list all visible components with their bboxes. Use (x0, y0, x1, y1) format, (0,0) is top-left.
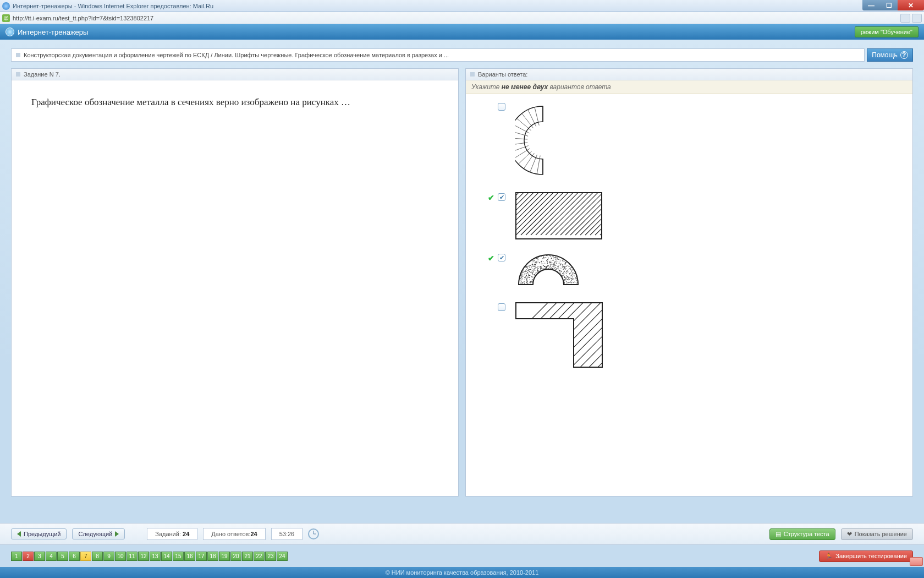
pager-item-3[interactable]: 3 (34, 552, 45, 561)
pager-item-12[interactable]: 12 (138, 552, 149, 561)
svg-point-100 (552, 264, 552, 265)
svg-point-135 (549, 266, 550, 266)
pager-item-2[interactable]: 2 (23, 552, 34, 561)
svg-point-666 (532, 266, 533, 266)
pager-item-24[interactable]: 24 (277, 552, 288, 561)
svg-point-459 (575, 277, 576, 277)
addr-btn-1[interactable] (900, 14, 910, 23)
svg-point-729 (556, 259, 556, 260)
pager-item-5[interactable]: 5 (57, 552, 68, 561)
pager-item-4[interactable]: 4 (46, 552, 57, 561)
finish-test-button[interactable]: 🏃 Завершить тестирование (819, 550, 913, 562)
svg-point-409 (559, 263, 560, 264)
svg-point-721 (541, 257, 542, 257)
pager-item-6[interactable]: 6 (69, 552, 80, 561)
svg-point-218 (564, 264, 565, 264)
next-button[interactable]: Следующий (72, 528, 125, 539)
prev-button[interactable]: Предыдущий (11, 528, 67, 539)
svg-point-469 (566, 271, 567, 272)
svg-point-323 (538, 266, 539, 266)
addr-btn-2[interactable] (912, 14, 922, 23)
svg-line-751 (553, 302, 603, 368)
svg-point-174 (576, 280, 577, 281)
svg-point-374 (537, 268, 538, 268)
svg-point-86 (551, 258, 552, 258)
test-structure-button[interactable]: ▤ Структура теста (769, 528, 835, 540)
svg-point-255 (550, 266, 551, 267)
svg-point-625 (555, 261, 556, 262)
svg-point-714 (557, 268, 558, 269)
pager-item-20[interactable]: 20 (230, 552, 241, 561)
keyboard-indicator[interactable] (910, 557, 923, 566)
pager-item-9[interactable]: 9 (103, 552, 114, 561)
svg-point-528 (540, 268, 540, 268)
answer-checkbox-2[interactable]: ✔ (498, 193, 505, 201)
svg-point-308 (526, 267, 526, 268)
window-maximize-button[interactable]: ☐ (880, 0, 898, 10)
pager-item-23[interactable]: 23 (265, 552, 276, 561)
svg-point-715 (547, 259, 548, 260)
window-close-button[interactable]: ✕ (898, 0, 924, 10)
help-button[interactable]: Помощь ? (867, 48, 913, 62)
svg-point-304 (566, 266, 567, 267)
svg-point-226 (563, 275, 564, 276)
pager-item-1[interactable]: 1 (11, 552, 22, 561)
svg-point-559 (522, 280, 522, 280)
svg-point-425 (563, 269, 563, 270)
pager-item-11[interactable]: 11 (127, 552, 138, 561)
url-text[interactable]: http://tt.i-exam.ru/test_tt.php?id=7&tsi… (13, 15, 153, 21)
pager-item-18[interactable]: 18 (207, 552, 218, 561)
svg-point-706 (522, 276, 523, 276)
svg-point-221 (556, 263, 557, 263)
svg-point-92 (555, 269, 556, 270)
svg-point-646 (524, 271, 524, 272)
svg-point-87 (542, 258, 543, 259)
ie-icon (2, 2, 10, 10)
svg-point-630 (530, 281, 531, 282)
pager-item-10[interactable]: 10 (115, 552, 126, 561)
svg-point-262 (551, 265, 551, 266)
svg-point-153 (566, 273, 567, 274)
window-minimize-button[interactable]: — (862, 0, 880, 10)
pager-item-14[interactable]: 14 (161, 552, 172, 561)
svg-point-451 (539, 273, 540, 274)
svg-point-361 (526, 278, 527, 279)
svg-line-4 (515, 149, 530, 159)
svg-line-36 (575, 192, 602, 235)
pager-item-13[interactable]: 13 (150, 552, 161, 561)
svg-point-233 (558, 266, 559, 267)
pager-item-21[interactable]: 21 (242, 552, 253, 561)
answer-checkbox-3[interactable]: ✔ (498, 254, 505, 261)
correct-tick-icon: ✔ (488, 254, 496, 261)
svg-point-652 (573, 269, 573, 270)
svg-point-550 (526, 275, 527, 276)
svg-point-439 (570, 276, 571, 276)
pager-item-8[interactable]: 8 (92, 552, 103, 561)
pager-item-16[interactable]: 16 (184, 552, 195, 561)
svg-point-556 (535, 261, 535, 261)
pager-item-19[interactable]: 19 (219, 552, 230, 561)
svg-point-97 (574, 276, 574, 276)
pager-item-15[interactable]: 15 (173, 552, 184, 561)
pager-item-22[interactable]: 22 (254, 552, 265, 561)
show-solution-button[interactable]: ❤ Показать решение (841, 528, 913, 540)
window-title: Интернет-тренажеры - Windows Internet Ex… (13, 3, 213, 9)
svg-point-645 (551, 264, 551, 265)
svg-point-541 (568, 270, 568, 270)
svg-point-119 (531, 269, 531, 269)
svg-point-147 (560, 260, 561, 261)
svg-point-489 (543, 264, 543, 264)
svg-point-726 (524, 275, 524, 275)
pager-item-17[interactable]: 17 (196, 552, 207, 561)
answer-checkbox-1[interactable] (498, 103, 505, 111)
svg-point-649 (547, 261, 547, 261)
triangle-left-icon (17, 531, 21, 537)
svg-point-189 (526, 275, 526, 275)
svg-point-460 (566, 275, 566, 276)
pager-item-7[interactable]: 7 (80, 552, 91, 561)
svg-point-684 (559, 261, 559, 261)
svg-point-724 (564, 271, 564, 271)
svg-line-6 (515, 143, 527, 145)
svg-point-448 (563, 265, 563, 265)
answer-checkbox-4[interactable] (498, 303, 505, 311)
